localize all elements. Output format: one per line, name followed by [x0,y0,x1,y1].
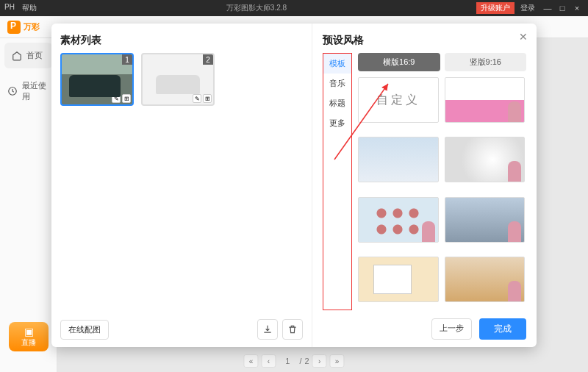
page-first-button[interactable]: « [243,354,258,368]
live-button[interactable]: ▣ 直播 [9,322,49,351]
material-thumb-2[interactable]: 2 ✎ ⊞ [141,53,215,106]
menu-ph[interactable]: PH [4,3,15,13]
finish-button[interactable]: 完成 [479,318,526,340]
sidebar-item-recent[interactable]: 最近使用 [0,73,57,110]
modal-overlay: ✕ 素材列表 1 ✎ ⊞ 2 ✎ ⊞ [0,16,588,372]
template-item[interactable] [445,137,526,182]
download-button[interactable] [257,319,278,340]
modal-left-panel: 素材列表 1 ✎ ⊞ 2 ✎ ⊞ 在线配图 [51,24,312,347]
modal: ✕ 素材列表 1 ✎ ⊞ 2 ✎ ⊞ [51,24,537,347]
pagination: « ‹ 1 / 2 › » [243,354,344,368]
template-item[interactable] [445,257,526,302]
style-menu-more[interactable]: 更多 [323,113,351,133]
page-total: 2 [304,357,309,365]
style-menu-template[interactable]: 模板 [323,54,351,74]
size-icon[interactable]: ⊞ [122,94,131,103]
sidebar-item-home[interactable]: 首页 [4,43,52,68]
template-item[interactable] [358,197,439,243]
size-icon[interactable]: ⊞ [203,94,212,103]
page-prev-button[interactable]: ‹ [261,354,276,368]
home-icon [12,51,22,61]
window-title: 万彩图影大师3.2.8 [37,3,476,13]
material-thumb-1[interactable]: 1 ✎ ⊞ [60,53,134,106]
logo-text: 万彩 [24,21,40,32]
upgrade-button[interactable]: 升级账户 [476,2,514,14]
page-current: 1 [279,357,296,365]
login-link[interactable]: 登录 [520,3,535,13]
orientation-portrait[interactable]: 竖版9:16 [445,53,527,71]
sidebar-item-label: 最近使用 [22,80,49,102]
edit-icon[interactable]: ✎ [193,94,201,103]
material-list-title: 素材列表 [60,34,303,47]
prev-step-button[interactable]: 上一步 [431,318,472,340]
template-custom[interactable]: 自定义 [358,77,439,123]
template-grid: 自定义 [358,77,526,310]
minimize-icon[interactable]: — [541,4,554,12]
close-icon[interactable]: × [570,4,584,12]
preset-style-title: 预设风格 [323,34,526,47]
template-item[interactable] [445,77,526,123]
delete-button[interactable] [282,319,303,340]
page-next-button[interactable]: › [312,354,327,368]
template-item[interactable] [445,197,526,243]
template-item[interactable] [358,257,439,302]
menu-help[interactable]: 帮助 [22,3,37,13]
sidebar-item-label: 首页 [26,50,43,61]
template-item[interactable] [358,137,439,182]
logo[interactable]: 万彩 [7,21,40,34]
edit-icon[interactable]: ✎ [112,94,121,103]
logo-icon [7,21,21,34]
maximize-icon[interactable]: □ [556,4,569,12]
style-menu-title[interactable]: 标题 [323,93,351,113]
online-image-button[interactable]: 在线配图 [60,320,109,340]
page-last-button[interactable]: » [330,354,345,368]
style-category-menu: 模板 音乐 标题 更多 [323,53,352,310]
clock-icon [7,86,18,96]
orientation-landscape[interactable]: 横版16:9 [358,53,440,71]
style-menu-music[interactable]: 音乐 [323,74,351,93]
titlebar: PH 帮助 万彩图影大师3.2.8 升级账户 登录 — □ × [0,0,588,16]
modal-right-panel: 预设风格 模板 音乐 标题 更多 横版16:9 竖版9:16 自定义 [312,24,537,347]
